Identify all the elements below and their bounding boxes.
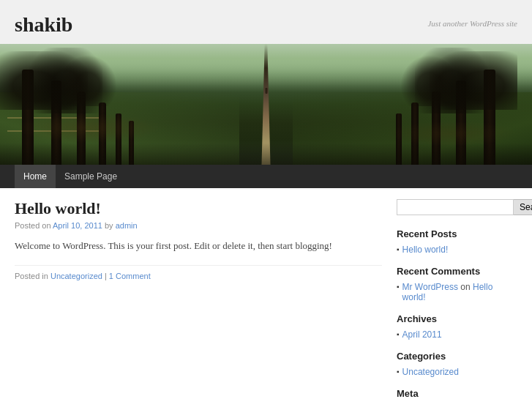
posted-in-label: Posted in (15, 272, 48, 280)
archive-link[interactable]: April 2011 (402, 329, 442, 340)
post-category[interactable]: Uncategorized (50, 272, 102, 280)
post-meta: Posted on April 10, 2011 by admin (15, 221, 382, 230)
nav-link-sample-page[interactable]: Sample Page (56, 165, 126, 188)
categories-widget: Categories Uncategorized (397, 351, 517, 378)
meta-widget: Meta Log in Entries RSS Comments RSS Wor… (397, 388, 517, 399)
categories-list: Uncategorized (397, 366, 517, 378)
list-item: April 2011 (397, 329, 517, 340)
recent-posts-list: Hello world! (397, 244, 517, 256)
archives-widget: Archives April 2011 (397, 313, 517, 340)
search-input[interactable] (397, 199, 514, 215)
list-item: Uncategorized (397, 366, 517, 378)
sidebar: Search Recent Posts Hello world! Recent … (397, 199, 517, 399)
nav-item-sample-page[interactable]: Sample Page (56, 165, 126, 188)
recent-comments-widget: Recent Comments Mr WordPress on Hello wo… (397, 266, 517, 303)
main-content: Hello world! Posted on April 10, 2011 by… (15, 199, 382, 399)
post: Hello world! Posted on April 10, 2011 by… (15, 199, 382, 280)
list-item: Mr WordPress on Hello world! (397, 281, 517, 303)
nav-item-home[interactable]: Home (15, 165, 56, 188)
nav-link-home[interactable]: Home (15, 165, 56, 188)
comment-on-label: on (460, 282, 473, 292)
post-author[interactable]: admin (116, 221, 138, 230)
recent-comments-heading: Recent Comments (397, 266, 517, 277)
comment-author[interactable]: Mr WordPress (402, 282, 458, 292)
meta-heading: Meta (397, 388, 517, 399)
post-footer: Posted in Uncategorized | 1 Comment (15, 265, 382, 280)
archives-list: April 2011 (397, 329, 517, 340)
recent-comments-list: Mr WordPress on Hello world! (397, 281, 517, 303)
category-link[interactable]: Uncategorized (402, 367, 459, 377)
recent-posts-heading: Recent Posts (397, 228, 517, 239)
categories-heading: Categories (397, 351, 517, 362)
hero-image (0, 44, 532, 165)
list-item: Hello world! (397, 244, 517, 256)
posted-on-label: Posted on (15, 221, 51, 230)
recent-post-link[interactable]: Hello world! (402, 245, 449, 255)
search-button[interactable]: Search (514, 199, 532, 215)
site-title: shakib (15, 13, 72, 37)
nav-bar: Home Sample Page (0, 165, 532, 188)
site-tagline: Just another WordPress site (427, 19, 517, 28)
post-date[interactable]: April 10, 2011 (53, 221, 102, 230)
search-widget: Search (397, 199, 517, 215)
post-title: Hello world! (15, 199, 382, 218)
post-content: Welcome to WordPress. This is your first… (15, 239, 382, 254)
archives-heading: Archives (397, 313, 517, 324)
post-comments[interactable]: 1 Comment (109, 272, 151, 280)
by-label: by (105, 221, 116, 230)
recent-posts-widget: Recent Posts Hello world! (397, 228, 517, 256)
